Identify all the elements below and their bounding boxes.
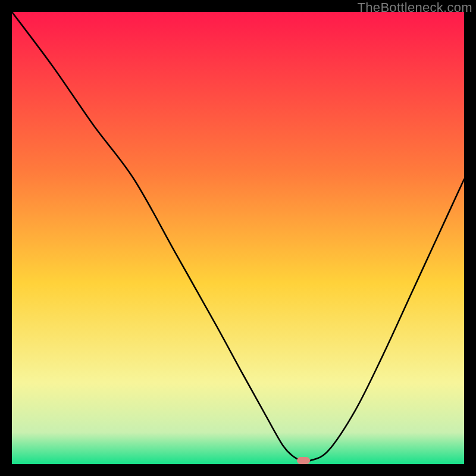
background-gradient xyxy=(12,12,464,464)
watermark-label: TheBottleneck.com xyxy=(358,0,472,15)
plot-area xyxy=(12,12,464,464)
chart-frame: TheBottleneck.com xyxy=(0,0,476,476)
svg-rect-0 xyxy=(12,12,464,464)
